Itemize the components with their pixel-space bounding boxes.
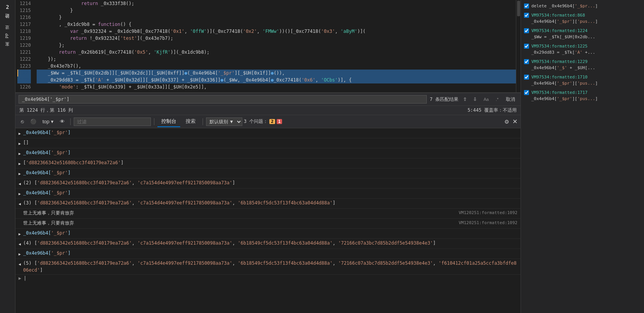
console-output[interactable]: ▶ _0x4e96b4['_$pr'] ▶ [] ▶ _0x4e9: [15, 128, 521, 313]
log-content-1: 世上无难事，只要肯放弃: [23, 209, 455, 216]
console-log-1: ▶ 世上无难事，只要肯放弃 VM120251:formatted:1092: [15, 209, 521, 219]
sidebar-number: 2: [6, 4, 9, 10]
code-line-1214: return _0x333f38();: [37, 0, 516, 7]
search-bar: 7 条匹配结果 ⇧ ⇩ Aa .* 取消: [15, 93, 521, 106]
search-input[interactable]: [19, 95, 427, 104]
entry-content-8: (3) ['d882366342e51680bcc3f40179ea72a6',…: [23, 199, 517, 206]
cursor-position: 第 1224 行，第 116 列: [19, 107, 73, 114]
expand-arrow-3[interactable]: ▶: [19, 149, 21, 157]
entry-content-3: _0x4e96b4['_$pr']: [23, 149, 517, 156]
search-next-btn[interactable]: ⇩: [472, 96, 478, 103]
expand-arrow-5[interactable]: ▶: [19, 169, 21, 177]
tab-search[interactable]: 搜索: [182, 116, 199, 127]
bp-checkbox-7[interactable]: [524, 90, 529, 95]
console-entry-10: ◀ (4) ['d882366342e51680bcc3f40179ea72a6…: [15, 239, 521, 249]
code-line-1221: return _0x26b619[_0xc77418('0x5', 'KjfR'…: [37, 49, 516, 56]
console-entry-12: ◀ (5) ['d882366342e51680bcc3f40179ea72a6…: [15, 259, 521, 275]
expand-arrow-4[interactable]: ▶: [19, 159, 21, 167]
bp-text-7: VM97534:formatted:1717_0x4e96b4['_$pr'][…: [531, 90, 598, 102]
search-result-count: 7 条匹配结果: [430, 96, 458, 103]
vm-ref-1[interactable]: VM120251:formatted:1092: [455, 209, 517, 216]
code-line-1222: });: [37, 56, 516, 63]
code-line-1217: , _0x1dc9b8 = function() {: [37, 21, 516, 28]
top-context-btn[interactable]: top ▾: [40, 118, 56, 125]
eye-btn[interactable]: 👁: [57, 118, 67, 125]
breakpoints-list: delete _0x4e96b4['_$pr...] VM97534:forma…: [521, 0, 644, 313]
expand-arrow-11[interactable]: ▶: [19, 250, 21, 258]
bp-checkbox-6[interactable]: [524, 75, 529, 80]
bp-checkbox-2[interactable]: [524, 13, 529, 18]
close-panel-btn[interactable]: ✕: [512, 118, 517, 125]
expand-arrow-7[interactable]: ▶: [19, 189, 21, 197]
h-scrollbar[interactable]: [15, 92, 521, 93]
entry-content-10: (4) ['d882366342e51680bcc3f40179ea72a6',…: [23, 240, 517, 247]
settings-btn[interactable]: ⚙: [504, 119, 509, 125]
collapse-arrow-10[interactable]: ◀: [19, 240, 21, 248]
console-log-2: ▶ 世上无难事，只要肯放弃 VM120251:formatted:1092: [15, 219, 521, 229]
bp-checkbox-1[interactable]: [524, 3, 529, 9]
entry-content-7: _0x4e96b4['_$pr']: [23, 189, 517, 196]
code-line-1218: var _0x932324 = _0x1dc9b8[_0xc77418('0x1…: [37, 28, 516, 35]
toolbar-separator-3: [203, 118, 203, 125]
code-line-1224: _$Ww = _$Tk[_$UH[0x2db]][_$UH[0x2dc]][_$…: [37, 70, 516, 77]
code-content: return _0x333f38(); } } , _0x1dc9b8 = fu…: [35, 0, 516, 92]
bp-entry-2: VM97534:formatted:868_0x4e96b4['_$pr']['…: [521, 11, 644, 26]
left-sidebar: 2 进阶 PP逆 案: [0, 0, 15, 313]
right-panel: delete _0x4e96b4['_$pr...] VM97534:forma…: [521, 0, 644, 313]
status-bar: 第 1224 行，第 116 列 5:445 覆盖率：不适用: [15, 106, 521, 115]
console-entry-6: ◀ (2) ['d882366342e51680bcc3f40179ea72a6…: [15, 179, 521, 189]
collapse-arrow-6[interactable]: ◀: [19, 179, 21, 187]
status-right: 5:445 覆盖率：不适用: [468, 107, 517, 114]
expand-arrow-9[interactable]: ▶: [19, 230, 21, 238]
log-spacer-2: ▶: [19, 219, 21, 228]
bp-entry-6: VM97534:formatted:1710_0x4e96b4['_$pr'][…: [521, 73, 644, 88]
bp-entry-1: delete _0x4e96b4['_$pr...]: [521, 2, 644, 11]
console-cursor: ▶ |: [15, 275, 521, 282]
vm-ref-2[interactable]: VM120251:formatted:1092: [455, 219, 517, 226]
console-entry-3: ▶ _0x4e96b4['_$pr']: [15, 148, 521, 158]
filter-input[interactable]: [74, 117, 151, 126]
bp-entry-7: VM97534:formatted:1717_0x4e96b4['_$pr'][…: [521, 88, 644, 104]
bp-entry-4: VM97534:formatted:1225_0x29dd83 = _$Tk['…: [521, 42, 644, 57]
console-entry-9: ▶ _0x4e96b4['_$pr']: [15, 229, 521, 239]
bp-checkbox-3[interactable]: [524, 28, 529, 33]
code-line-1215: }: [37, 7, 516, 14]
expand-arrow-2[interactable]: ▶: [19, 139, 21, 147]
console-entry-8: ◀ (3) ['d882366342e51680bcc3f40179ea72a6…: [15, 199, 521, 209]
clear-console-btn[interactable]: ⎋: [19, 118, 26, 125]
bp-text-5: VM97534:formatted:1229_0x4e96b4['_$' + _…: [531, 59, 595, 71]
coverage-info: 5:445 覆盖率：不适用: [468, 107, 517, 114]
main-container: 2 进阶 PP逆 案 1214 1215 1216 1217 1218 1219…: [0, 0, 644, 313]
search-prev-btn[interactable]: ⇧: [461, 96, 468, 103]
code-line-1216: }: [37, 14, 516, 21]
collapse-arrow-8[interactable]: ◀: [19, 199, 21, 208]
entry-content-1: _0x4e96b4['_$pr']: [23, 129, 517, 136]
console-entry-11: ▶ _0x4e96b4['_$pr']: [15, 249, 521, 259]
expand-arrow-1[interactable]: ▶: [19, 129, 21, 137]
code-scrollbar[interactable]: [516, 0, 521, 92]
stop-recording-btn[interactable]: ⚫: [28, 118, 39, 125]
entry-content-2: []: [23, 139, 517, 146]
tab-console[interactable]: 控制台: [157, 116, 180, 127]
code-editor: 1214 1215 1216 1217 1218 1219 1220 1221 …: [15, 0, 521, 93]
sidebar-label-2: PP逆: [5, 33, 10, 38]
console-entry-5: ▶ _0x4e96b4['_$pr']: [15, 168, 521, 179]
issues-badge: 3 个问题： 2 1: [244, 118, 282, 125]
code-line-1225: _0x29dd83 = _$Tk['A' + _$UH[0x32d]][_$UH…: [37, 77, 516, 83]
code-line-1223: _0x43e7b7(),: [37, 63, 516, 70]
bp-checkbox-4[interactable]: [524, 44, 529, 49]
search-cancel-btn[interactable]: 取消: [504, 95, 517, 104]
bp-checkbox-5[interactable]: [524, 59, 529, 64]
bp-text-4: VM97534:formatted:1225_0x29dd83 = _$Tk['…: [531, 43, 595, 56]
entry-content-5: _0x4e96b4['_$pr']: [23, 169, 517, 176]
entry-content-12: (5) ['d882366342e51680bcc3f40179ea72a6',…: [23, 260, 517, 274]
issues-label: 3 个问题：: [244, 118, 268, 125]
entry-content-9: _0x4e96b4['_$pr']: [23, 230, 517, 236]
warning-badge: 2: [269, 119, 275, 124]
level-select[interactable]: 默认级别 ▼: [206, 117, 242, 126]
collapse-arrow-12[interactable]: ◀: [19, 260, 21, 268]
search-case-btn[interactable]: Aa: [482, 96, 490, 102]
bp-text-6: VM97534:formatted:1710_0x4e96b4['_$pr'][…: [531, 74, 598, 87]
search-regex-btn[interactable]: .*: [494, 96, 500, 102]
line-numbers: 1214 1215 1216 1217 1218 1219 1220 1221 …: [15, 0, 35, 92]
